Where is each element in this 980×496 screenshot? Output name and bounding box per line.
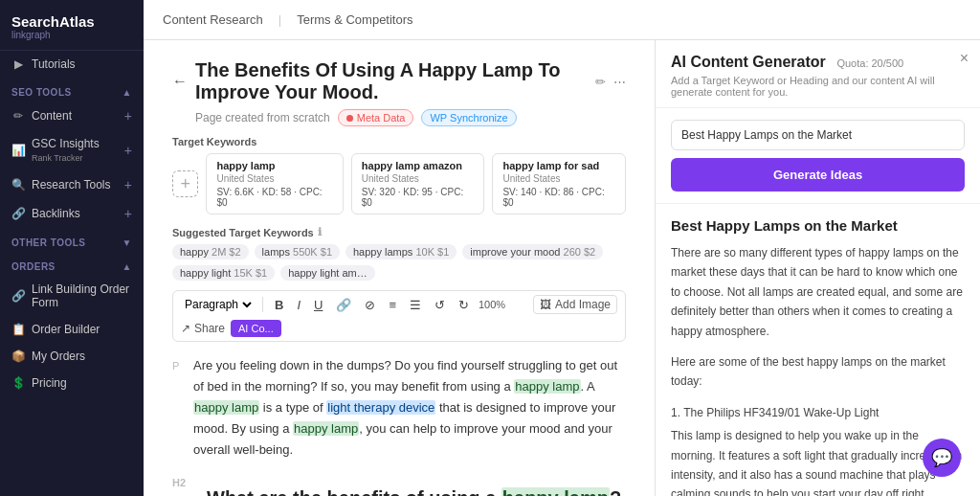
orders-section-chevron: ▲ bbox=[122, 261, 132, 272]
ai-panel-header: × AI Content Generator Quota: 20/500 Add… bbox=[656, 40, 980, 108]
ai-result-title: Best Happy Lamps on the Market bbox=[671, 217, 965, 234]
content-plus[interactable]: + bbox=[124, 108, 132, 124]
gsc-plus[interactable]: + bbox=[124, 143, 132, 158]
ai-content-button[interactable]: AI Co... bbox=[231, 320, 281, 337]
intro-text: Are you feeling down in the dumps? Do yo… bbox=[193, 355, 626, 461]
nav-content-research[interactable]: Content Research bbox=[163, 12, 263, 27]
target-keywords-section: Target Keywords + happy lamp United Stat… bbox=[172, 136, 626, 214]
content-para-intro: P Are you feeling down in the dumps? Do … bbox=[172, 355, 626, 461]
editor-main: ← The Benefits Of Using A Happy Lamp To … bbox=[144, 40, 655, 496]
document-title: The Benefits Of Using A Happy Lamp To Im… bbox=[195, 59, 588, 103]
doc-subtitle: Page created from scratch Meta Data WP S… bbox=[195, 109, 626, 126]
ai-list-desc-0: This lamp is designed to help you wake u… bbox=[671, 426, 965, 496]
sidebar-item-content[interactable]: ✏ Content + bbox=[0, 101, 144, 130]
ai-result-intro: There are so many different types of hap… bbox=[671, 243, 965, 341]
editor-header: ← The Benefits Of Using A Happy Lamp To … bbox=[172, 59, 626, 103]
sidebar-label-backlinks: Backlinks bbox=[32, 207, 80, 220]
content-icon: ✏ bbox=[11, 109, 25, 123]
sidebar-label-gsc: GSC Insights Rank Tracker bbox=[32, 137, 118, 164]
kw-region-1: United States bbox=[362, 173, 475, 184]
edit-icon[interactable]: ✏ bbox=[595, 75, 606, 89]
ul-button[interactable]: ≡ bbox=[385, 296, 400, 314]
sidebar-label-order-builder: Order Builder bbox=[32, 323, 100, 336]
redo-button[interactable]: ↻ bbox=[455, 296, 473, 314]
other-section-label: OthER Tools bbox=[11, 237, 86, 248]
subtitle-text: Page created from scratch bbox=[195, 111, 330, 124]
wp-badge[interactable]: WP Synchronize bbox=[421, 109, 516, 126]
kw-card-1[interactable]: happy lamp amazon United States SV: 320 … bbox=[351, 153, 485, 214]
share-button[interactable]: ↗ Share bbox=[181, 322, 225, 335]
ai-panel-close-button[interactable]: × bbox=[960, 50, 969, 67]
suggested-tag-1[interactable]: lamps 550K $1 bbox=[255, 244, 340, 259]
italic-button[interactable]: I bbox=[293, 296, 304, 314]
sidebar-label-pricing: Pricing bbox=[32, 376, 67, 390]
add-keyword-button[interactable]: + bbox=[172, 170, 198, 197]
sidebar-item-research[interactable]: 🔍 Research Tools + bbox=[0, 170, 144, 199]
underline-button[interactable]: U bbox=[310, 296, 326, 314]
suggested-tag-4[interactable]: happy light 15K $1 bbox=[172, 265, 275, 281]
logo: SearchAtlas linkgraph bbox=[0, 0, 144, 51]
strikethrough-button[interactable]: ⊘ bbox=[361, 296, 379, 314]
kw-stats-0: SV: 6.6K · KD: 58 · CPC: $0 bbox=[216, 187, 332, 208]
ai-panel-quota: Quota: 20/500 bbox=[836, 57, 903, 69]
order-builder-icon: 📋 bbox=[11, 323, 25, 336]
kw-region-0: United States bbox=[216, 173, 332, 184]
paragraph-select[interactable]: Paragraph H1 H2 bbox=[181, 297, 255, 312]
my-orders-icon: 📦 bbox=[11, 349, 25, 363]
kw-card-0[interactable]: happy lamp United States SV: 6.6K · KD: … bbox=[206, 153, 343, 214]
orders-section-label: ORDERS bbox=[11, 261, 56, 272]
sidebar-item-tutorials[interactable]: ▶ Tutorials bbox=[0, 51, 144, 78]
kw-region-2: United States bbox=[502, 173, 615, 184]
backlinks-plus[interactable]: + bbox=[124, 206, 132, 221]
sidebar-item-link-building[interactable]: 🔗 Link Building Order Form bbox=[0, 276, 144, 316]
suggested-tag-5[interactable]: happy light am… bbox=[280, 265, 375, 281]
ai-panel: × AI Content Generator Quota: 20/500 Add… bbox=[655, 40, 980, 496]
info-icon: ℹ bbox=[318, 226, 322, 238]
content-body: P Are you feeling down in the dumps? Do … bbox=[172, 355, 626, 496]
sidebar-item-backlinks[interactable]: 🔗 Backlinks + bbox=[0, 199, 144, 228]
formatting-toolbar: Paragraph H1 H2 B I U 🔗 ⊘ ≡ ☰ ↺ ↻ 100% 🖼… bbox=[172, 290, 626, 342]
ai-list-item-0: 1. The Philips HF3419/01 Wake-Up Light bbox=[671, 403, 965, 422]
editor-container: ← The Benefits Of Using A Happy Lamp To … bbox=[144, 40, 980, 496]
sidebar-item-pricing[interactable]: 💲 Pricing bbox=[0, 370, 144, 396]
tutorials-icon: ▶ bbox=[11, 57, 25, 71]
ai-result-sub: Here are some of the best happy lamps on… bbox=[671, 352, 965, 392]
backlinks-icon: 🔗 bbox=[11, 207, 25, 220]
ai-generate-button[interactable]: Generate Ideas bbox=[671, 158, 965, 192]
suggested-tag-2[interactable]: happy lamps 10K $1 bbox=[345, 244, 457, 259]
chat-bubble[interactable]: 💬 bbox=[923, 439, 961, 477]
more-icon[interactable]: ⋯ bbox=[613, 75, 626, 89]
kw-card-2[interactable]: happy lamp for sad United States SV: 140… bbox=[492, 153, 626, 214]
gsc-icon: 📊 bbox=[11, 144, 25, 157]
research-plus[interactable]: + bbox=[124, 177, 132, 192]
research-icon: 🔍 bbox=[11, 178, 25, 192]
suggested-tag-3[interactable]: improve your mood 260 $2 bbox=[462, 244, 603, 259]
sidebar-label-content: Content bbox=[32, 109, 72, 123]
undo-button[interactable]: ↺ bbox=[431, 296, 449, 314]
sidebar-label-link-building: Link Building Order Form bbox=[32, 282, 132, 309]
h2-row: H2 What are the benefits of using a happ… bbox=[172, 468, 626, 496]
kw-name-2: happy lamp for sad bbox=[502, 160, 615, 171]
toolbar-divider-1 bbox=[262, 297, 263, 312]
sidebar-item-my-orders[interactable]: 📦 My Orders bbox=[0, 343, 144, 370]
sidebar-item-order-builder[interactable]: 📋 Order Builder bbox=[0, 316, 144, 343]
link-building-icon: 🔗 bbox=[11, 289, 25, 303]
image-icon: 🖼 bbox=[540, 298, 551, 311]
sidebar-section-other: OthER Tools ▼ bbox=[0, 228, 144, 252]
ai-panel-input-area: Generate Ideas bbox=[656, 108, 980, 204]
nav-terms-competitors[interactable]: Terms & Competitors bbox=[297, 12, 412, 27]
back-button[interactable]: ← bbox=[172, 73, 188, 90]
target-kw-label: Target Keywords bbox=[172, 136, 626, 147]
ai-panel-subtitle: Add a Target Keyword or Heading and our … bbox=[671, 75, 965, 98]
link-button[interactable]: 🔗 bbox=[332, 296, 355, 314]
ol-button[interactable]: ☰ bbox=[406, 296, 425, 314]
add-image-button[interactable]: 🖼 Add Image bbox=[533, 295, 617, 314]
sidebar-item-gsc[interactable]: 📊 GSC Insights Rank Tracker + bbox=[0, 130, 144, 170]
sidebar-section-orders: ORDERS ▲ bbox=[0, 252, 144, 276]
kw-stats-2: SV: 140 · KD: 86 · CPC: $0 bbox=[502, 187, 615, 208]
suggested-tag-0[interactable]: happy 2M $2 bbox=[172, 244, 249, 259]
bold-button[interactable]: B bbox=[271, 296, 287, 314]
ai-keyword-input[interactable] bbox=[671, 120, 965, 150]
para-label-p: P bbox=[172, 355, 186, 461]
meta-badge[interactable]: Meta Data bbox=[338, 109, 414, 126]
